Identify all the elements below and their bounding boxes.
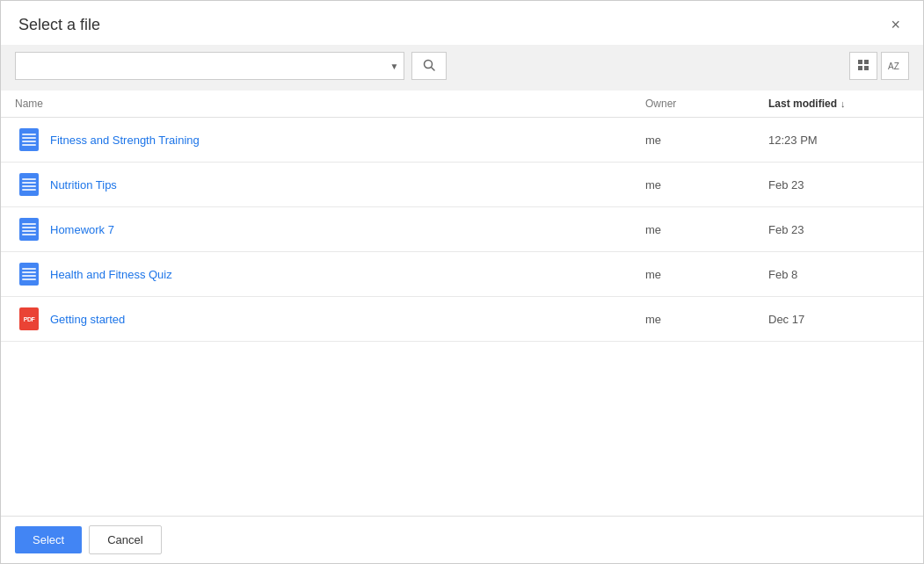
file-name: Health and Fitness Quiz (43, 268, 645, 281)
sort-icon: AZ (888, 59, 902, 74)
dialog-title: Select a file (18, 16, 100, 34)
select-button[interactable]: Select (15, 526, 82, 553)
file-date: Feb 23 (768, 178, 909, 192)
svg-rect-3 (864, 60, 869, 64)
file-owner: me (645, 313, 768, 326)
svg-rect-4 (858, 66, 862, 70)
cancel-button[interactable]: Cancel (89, 525, 161, 554)
file-type-icon (15, 173, 43, 196)
table-row[interactable]: Fitness and Strength Training me 12:23 P… (1, 118, 923, 163)
grid-view-button[interactable] (849, 52, 877, 80)
col-owner-header: Owner (645, 98, 768, 110)
file-type-icon: PDF (15, 307, 43, 330)
file-list: Fitness and Strength Training me 12:23 P… (1, 118, 923, 516)
col-modified-header[interactable]: Last modified ↓ (768, 98, 909, 110)
col-name-header: Name (15, 98, 645, 110)
dialog-footer: Select Cancel (1, 516, 923, 563)
file-owner: me (645, 268, 768, 281)
table-header: Name Owner Last modified ↓ (1, 90, 923, 118)
sort-arrow-icon: ↓ (840, 98, 846, 109)
svg-rect-5 (864, 66, 869, 70)
file-type-icon (15, 218, 43, 241)
search-input[interactable] (15, 52, 404, 80)
file-name: Homework 7 (43, 223, 645, 236)
file-owner: me (645, 223, 768, 236)
sort-view-button[interactable]: AZ (881, 52, 909, 80)
search-button[interactable] (411, 52, 447, 80)
svg-rect-2 (858, 60, 862, 64)
file-date: Feb 8 (768, 268, 909, 281)
dialog-header: Select a file × (1, 1, 923, 45)
file-name: Fitness and Strength Training (43, 134, 645, 147)
grid-icon (857, 59, 869, 74)
table-row[interactable]: Health and Fitness Quiz me Feb 8 (1, 252, 923, 297)
svg-text:AZ: AZ (888, 61, 899, 71)
file-date: Feb 23 (768, 223, 909, 236)
select-file-dialog: Select a file × ▼ (0, 0, 924, 564)
search-wrapper: ▼ (15, 52, 404, 80)
file-date: 12:23 PM (768, 134, 909, 147)
file-date: Dec 17 (768, 313, 909, 326)
file-owner: me (645, 134, 768, 147)
file-name: Getting started (43, 313, 645, 326)
table-row[interactable]: PDF Getting started me Dec 17 (1, 297, 923, 342)
svg-line-1 (431, 67, 434, 70)
file-name: Nutrition Tips (43, 178, 645, 192)
table-row[interactable]: Homework 7 me Feb 23 (1, 207, 923, 252)
view-buttons: AZ (849, 52, 909, 80)
close-button[interactable]: × (885, 15, 906, 34)
file-owner: me (645, 178, 768, 192)
file-type-icon (15, 263, 43, 286)
table-row[interactable]: Nutrition Tips me Feb 23 (1, 163, 923, 207)
toolbar: ▼ (1, 45, 923, 90)
file-type-icon (15, 128, 43, 151)
search-icon (423, 59, 435, 74)
